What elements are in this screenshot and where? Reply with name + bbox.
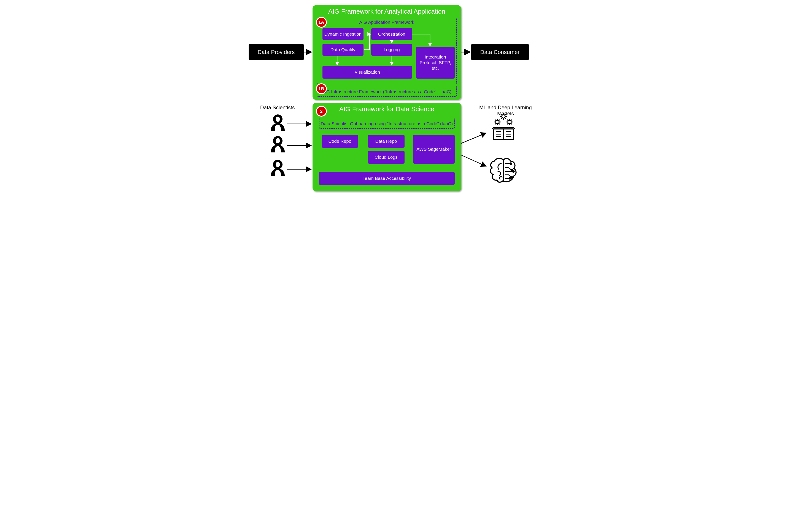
app-framework-label: AIG Application Framework bbox=[317, 19, 456, 25]
data-providers-label: Data Providers bbox=[258, 49, 295, 56]
orchestration-box: Orchestration bbox=[371, 28, 412, 40]
svg-point-27 bbox=[510, 163, 512, 165]
diagram-canvas: Data Providers Data Scientists Data Cons… bbox=[242, 0, 566, 213]
data-repo-box: Data Repo bbox=[368, 135, 405, 148]
svg-line-34 bbox=[509, 175, 511, 177]
analytical-panel-title: AIG Framework for Analytical Application bbox=[313, 7, 461, 16]
data-scientists-label: Data Scientists bbox=[256, 104, 299, 111]
datascience-panel-title: AIG Framework for Data Science bbox=[313, 105, 461, 113]
sagemaker-box: AWS SageMaker bbox=[413, 135, 455, 164]
cloud-logs-box: Cloud Logs bbox=[368, 151, 405, 164]
badge-1a: 1A bbox=[316, 17, 327, 27]
svg-point-37 bbox=[509, 177, 511, 179]
svg-point-30 bbox=[511, 169, 513, 171]
svg-line-16 bbox=[461, 133, 486, 144]
logging-box: Logging bbox=[371, 44, 412, 56]
datascience-panel: AIG Framework for Data Science 2 Data Sc… bbox=[313, 103, 461, 191]
onboarding-frame: Data Scientist Onboarding using "Infrast… bbox=[319, 118, 455, 129]
arrow-ds-to-brain bbox=[461, 155, 486, 166]
gears-book-icon bbox=[492, 113, 515, 140]
svg-line-29 bbox=[508, 168, 511, 170]
svg-rect-18 bbox=[494, 129, 513, 140]
code-repo-box: Code Repo bbox=[322, 135, 358, 148]
brain-icon bbox=[490, 158, 516, 182]
data-consumer-box: Data Consumer bbox=[471, 44, 529, 60]
badge-1b: 1B bbox=[316, 83, 327, 94]
data-consumer-label: Data Consumer bbox=[480, 49, 519, 56]
dynamic-ingestion-box: Dynamic Ingestion bbox=[323, 28, 364, 40]
models-label: ML and Deep Learning Models bbox=[473, 104, 538, 117]
person-icon bbox=[271, 114, 285, 176]
team-base-box: Team Base Accessibility bbox=[319, 172, 455, 185]
data-providers-box: Data Providers bbox=[249, 44, 304, 60]
svg-point-32 bbox=[513, 171, 514, 172]
data-quality-box: Data Quality bbox=[323, 44, 364, 56]
analytical-panel: AIG Framework for Analytical Application… bbox=[313, 5, 461, 100]
integration-box: Integration Protocol: SFTP, etc. bbox=[416, 46, 455, 79]
svg-point-35 bbox=[511, 177, 513, 178]
onboarding-label: Data Scientist Onboarding using "Infrast… bbox=[319, 121, 454, 127]
infra-framework-label: AIG Infrastructure Framework ("Infrastru… bbox=[317, 89, 456, 95]
infra-framework-frame: AIG Infrastructure Framework ("Infrastru… bbox=[317, 86, 457, 97]
badge-2: 2 bbox=[316, 106, 327, 117]
svg-line-17 bbox=[461, 155, 486, 166]
visualization-box: Visualization bbox=[323, 65, 412, 79]
arrow-ds-to-gears bbox=[461, 133, 486, 144]
